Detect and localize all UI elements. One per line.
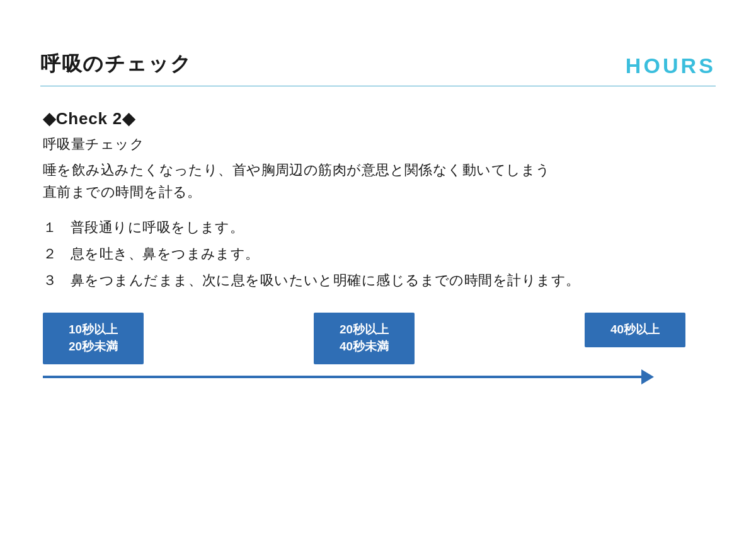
- scale-box-1: 10秒以上20秒未満: [43, 313, 144, 364]
- main-content: ◆Check 2◆ 呼吸量チェック 唾を飲み込みたくなったり、首や胸周辺の筋肉が…: [40, 109, 716, 416]
- step-number-1: １: [43, 218, 71, 237]
- scale-container: 10秒以上20秒未満 20秒以上40秒未満 40秒以上: [43, 313, 716, 416]
- brand-logo: HOURS: [626, 54, 716, 78]
- page-container: 呼吸のチェック HOURS ◆Check 2◆ 呼吸量チェック 唾を飲み込みたく…: [0, 0, 756, 537]
- header: 呼吸のチェック HOURS: [40, 50, 716, 86]
- list-item: ２ 息を吐き、鼻をつまみます。: [43, 245, 716, 263]
- list-item: ３ 鼻をつまんだまま、次に息を吸いたいと明確に感じるまでの時間を計ります。: [43, 271, 716, 290]
- scale-box-2: 20秒以上40秒未満: [314, 313, 415, 364]
- check-heading: ◆Check 2◆: [43, 109, 716, 129]
- arrow-row: [43, 369, 716, 384]
- list-item: １ 普段通りに呼吸をします。: [43, 218, 716, 237]
- step-text-1: 普段通りに呼吸をします。: [71, 218, 716, 237]
- arrow-head: [641, 369, 654, 384]
- step-text-3: 鼻をつまんだまま、次に息を吸いたいと明確に感じるまでの時間を計ります。: [71, 271, 716, 290]
- check-subtitle: 呼吸量チェック: [43, 135, 716, 154]
- arrow-line: [43, 376, 648, 378]
- steps-list: １ 普段通りに呼吸をします。 ２ 息を吐き、鼻をつまみます。 ３ 鼻をつまんだま…: [43, 218, 716, 290]
- step-text-2: 息を吐き、鼻をつまみます。: [71, 245, 716, 263]
- step-number-2: ２: [43, 245, 71, 263]
- page-title: 呼吸のチェック: [40, 50, 192, 78]
- scale-box-3: 40秒以上: [585, 313, 685, 347]
- step-number-3: ３: [43, 271, 71, 290]
- check-description: 唾を飲み込みたくなったり、首や胸周辺の筋肉が意思と関係なく動いてしまう 直前まで…: [43, 159, 716, 203]
